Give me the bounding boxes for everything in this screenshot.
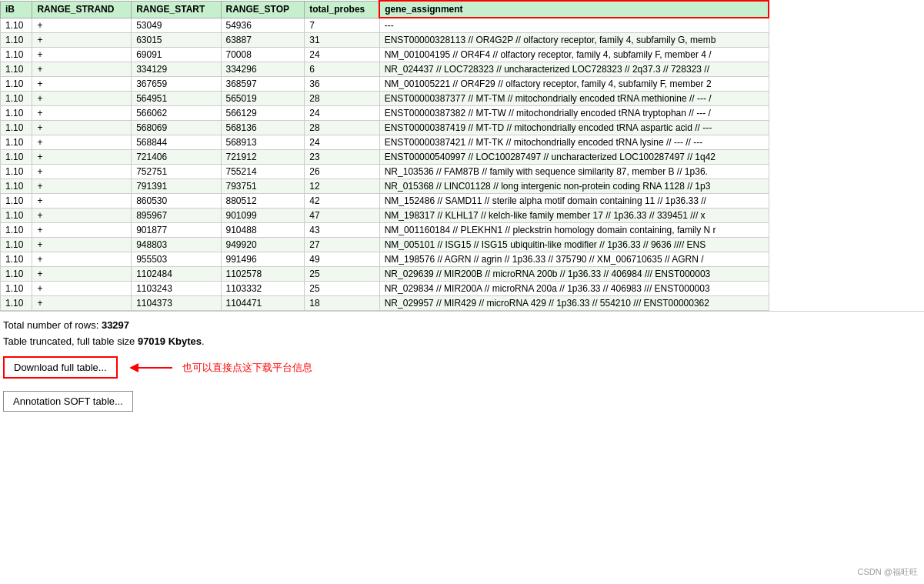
cell-start: 1102484 <box>132 267 221 282</box>
table-row: 1.10+1102484110257825NR_029639 // MIR200… <box>1 267 769 282</box>
table-wrapper[interactable]: iB RANGE_STRAND RANGE_START RANGE_STOP t… <box>0 0 924 312</box>
cell-start: 1104373 <box>132 296 221 311</box>
cell-stop: 334296 <box>221 62 305 77</box>
cell-ib: 1.10 <box>1 223 32 238</box>
cell-probes: 25 <box>305 267 379 282</box>
col-probes: total_probes <box>305 1 379 18</box>
cell-gene: NR_029639 // MIR200B // microRNA 200b //… <box>379 267 769 282</box>
cell-start: 334129 <box>132 62 221 77</box>
cell-stop: 755214 <box>221 165 305 179</box>
cell-ib: 1.10 <box>1 179 32 194</box>
cell-strand: + <box>32 121 132 135</box>
cell-probes: 28 <box>305 92 379 106</box>
cell-gene: ENST00000387377 // MT-TM // mitochondria… <box>379 92 769 106</box>
total-rows-value: 33297 <box>102 319 129 331</box>
cell-strand: + <box>32 179 132 194</box>
cell-gene: NR_029834 // MIR200A // microRNA 200a //… <box>379 282 769 296</box>
table-row: 1.10+90187791048843NM_001160184 // PLEKH… <box>1 223 769 238</box>
cell-probes: 23 <box>305 150 379 165</box>
cell-gene: NM_198576 // AGRN // agrin // 1p36.33 //… <box>379 252 769 267</box>
cell-start: 564951 <box>132 92 221 106</box>
cell-ib: 1.10 <box>1 267 32 282</box>
col-strand: RANGE_STRAND <box>32 1 132 18</box>
cell-start: 63015 <box>132 33 221 48</box>
cell-stop: 568913 <box>221 135 305 150</box>
cell-stop: 368597 <box>221 77 305 92</box>
cell-ib: 1.10 <box>1 135 32 150</box>
cell-gene: NM_198317 // KLHL17 // kelch-like family… <box>379 209 769 223</box>
cell-stop: 721912 <box>221 150 305 165</box>
cell-start: 568844 <box>132 135 221 150</box>
cell-ib: 1.10 <box>1 238 32 252</box>
cell-stop: 54936 <box>221 18 305 33</box>
cell-start: 367659 <box>132 77 221 92</box>
cell-gene: NM_001005221 // OR4F29 // olfactory rece… <box>379 77 769 92</box>
table-row: 1.10+1103243110333225NR_029834 // MIR200… <box>1 282 769 296</box>
cell-ib: 1.10 <box>1 252 32 267</box>
total-rows-text: Total number of rows: 33297 <box>3 319 921 331</box>
cell-strand: + <box>32 296 132 311</box>
cell-probes: 7 <box>305 18 379 33</box>
cell-gene: NR_029957 // MIR429 // microRNA 429 // 1… <box>379 296 769 311</box>
cell-ib: 1.10 <box>1 92 32 106</box>
cell-probes: 27 <box>305 238 379 252</box>
col-start: RANGE_START <box>132 1 221 18</box>
cell-stop: 910488 <box>221 223 305 238</box>
table-row: 1.10+75275175521426NR_103536 // FAM87B /… <box>1 165 769 179</box>
cell-start: 955503 <box>132 252 221 267</box>
cell-stop: 1104471 <box>221 296 305 311</box>
cell-stop: 880512 <box>221 194 305 209</box>
annotation-soft-button[interactable]: Annotation SOFT table... <box>3 391 133 412</box>
cell-stop: 1103332 <box>221 282 305 296</box>
cell-strand: + <box>32 135 132 150</box>
cell-gene: NM_001160184 // PLEKHN1 // pleckstrin ho… <box>379 223 769 238</box>
cell-stop: 565019 <box>221 92 305 106</box>
table-row: 1.10+79139179375112NR_015368 // LINC0112… <box>1 179 769 194</box>
download-full-table-button[interactable]: Download full table... <box>3 356 118 379</box>
cell-probes: 43 <box>305 223 379 238</box>
csdn-watermark: CSDN @福旺旺 <box>858 566 918 578</box>
arrow-note-area: 也可以直接点这下载平台信息 <box>130 360 312 375</box>
col-gene: gene_assignment <box>379 1 769 18</box>
data-table: iB RANGE_STRAND RANGE_START RANGE_STOP t… <box>0 0 769 311</box>
cell-start: 948803 <box>132 238 221 252</box>
table-row: 1.10+56606256612924ENST00000387382 // MT… <box>1 106 769 121</box>
arrow-icon <box>130 360 176 375</box>
cell-gene: --- <box>379 18 769 33</box>
cell-stop: 901099 <box>221 209 305 223</box>
cell-strand: + <box>32 267 132 282</box>
cell-strand: + <box>32 282 132 296</box>
cell-gene: NR_103536 // FAM87B // family with seque… <box>379 165 769 179</box>
cell-start: 901877 <box>132 223 221 238</box>
cell-stop: 568136 <box>221 121 305 135</box>
download-row: Download full table... 也可以直接点这下载平台信息 <box>3 356 921 379</box>
cell-start: 53049 <box>132 18 221 33</box>
cell-start: 752751 <box>132 165 221 179</box>
table-row: 1.10+630156388731ENST00000328113 // OR4G… <box>1 33 769 48</box>
cell-strand: + <box>32 48 132 62</box>
cell-strand: + <box>32 62 132 77</box>
cell-probes: 18 <box>305 296 379 311</box>
cell-stop: 949920 <box>221 238 305 252</box>
cell-ib: 1.10 <box>1 18 32 33</box>
cell-stop: 63887 <box>221 33 305 48</box>
table-row: 1.10+95550399149649NM_198576 // AGRN // … <box>1 252 769 267</box>
cell-gene: ENST00000387419 // MT-TD // mitochondria… <box>379 121 769 135</box>
cell-stop: 70008 <box>221 48 305 62</box>
footer-area: Total number of rows: 33297 Table trunca… <box>0 312 924 419</box>
cell-probes: 36 <box>305 77 379 92</box>
cell-gene: NR_015368 // LINC01128 // long intergeni… <box>379 179 769 194</box>
cell-gene: ENST00000328113 // OR4G2P // olfactory r… <box>379 33 769 48</box>
cell-ib: 1.10 <box>1 209 32 223</box>
cell-probes: 47 <box>305 209 379 223</box>
table-row: 1.10+3341293342966NR_024437 // LOC728323… <box>1 62 769 77</box>
cell-stop: 566129 <box>221 106 305 121</box>
cell-stop: 793751 <box>221 179 305 194</box>
table-row: 1.10+690917000824NM_001004195 // OR4F4 /… <box>1 48 769 62</box>
cell-probes: 24 <box>305 106 379 121</box>
cell-gene: ENST00000540997 // LOC100287497 // uncha… <box>379 150 769 165</box>
cell-gene: NM_152486 // SAMD11 // sterile alpha mot… <box>379 194 769 209</box>
table-header-row: iB RANGE_STRAND RANGE_START RANGE_STOP t… <box>1 1 769 18</box>
cell-stop: 991496 <box>221 252 305 267</box>
table-row: 1.10+86053088051242NM_152486 // SAMD11 /… <box>1 194 769 209</box>
